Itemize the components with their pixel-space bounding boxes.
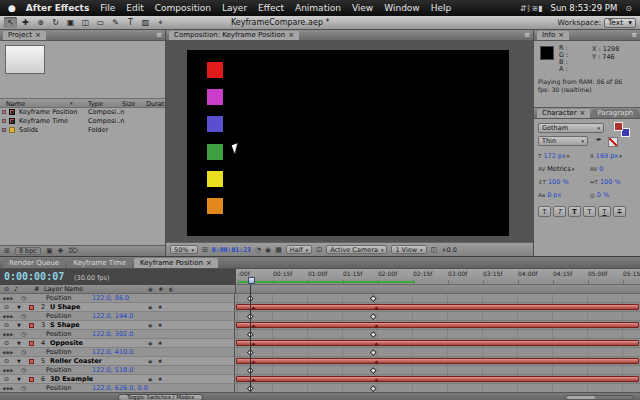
eye-icon[interactable]: ⊙ — [4, 339, 9, 347]
twirl-down-icon[interactable]: ▼ — [17, 357, 21, 366]
column-type[interactable]: Type — [88, 100, 103, 108]
layer-row-head[interactable]: ⊙▼63D Example◉ ✱ — [0, 375, 235, 384]
view-layout-select[interactable]: 1 View ▾ — [391, 245, 426, 254]
snapshot-icon[interactable]: ◔ — [255, 246, 261, 254]
tsume-value[interactable]: 0 % — [597, 191, 609, 199]
brush-tool[interactable]: ▨ — [139, 17, 152, 28]
menu-file[interactable]: File — [100, 3, 115, 13]
layer-duration-bar[interactable] — [236, 322, 639, 328]
property-value[interactable]: 122.0, 86.0 — [92, 294, 129, 302]
tsume-control[interactable]: ◎0 % — [590, 191, 609, 199]
interpret-footage-icon[interactable]: ⊞ — [4, 247, 10, 255]
project-item[interactable]: SolidsFolder — [0, 126, 165, 135]
property-row-head[interactable]: ◀◆▶◷Position122.0, 518.0 — [0, 366, 235, 375]
eyedropper-icon[interactable]: ✒ — [596, 136, 602, 144]
property-row-head[interactable]: ◀◆▶◷Position122.0, 410.0 — [0, 348, 235, 357]
show-snapshot-icon[interactable]: ◉ — [265, 246, 271, 254]
timeline-track[interactable] — [235, 321, 640, 330]
leading-value[interactable]: 169 px — [596, 152, 618, 160]
tab-info[interactable]: Info × — [537, 31, 569, 40]
style-toggle-2[interactable]: T — [568, 206, 581, 217]
vertical-scale-control[interactable]: ⇕T100 % — [538, 178, 569, 186]
project-column-header[interactable]: Name ▾ Type Size Durat — [0, 98, 165, 108]
scrollbar-thumb[interactable] — [567, 396, 595, 399]
property-value[interactable]: 122.0, 518.0 — [92, 366, 133, 374]
keyframe-icon[interactable] — [374, 306, 378, 310]
property-value[interactable]: 122.0, 410.0 — [92, 348, 133, 356]
font-size-value[interactable]: 172 px — [543, 152, 565, 160]
eye-icon[interactable]: ⊙ — [4, 321, 9, 329]
horizontal-scale-value[interactable]: 100 % — [600, 178, 621, 186]
column-name[interactable]: Name — [6, 100, 25, 108]
horizontal-scale-control[interactable]: ⇔T100 % — [590, 178, 621, 186]
menu-animation[interactable]: Animation — [295, 3, 341, 13]
layer-row-head[interactable]: ⊙▼5Roller Coaster◉ ✱ — [0, 357, 235, 366]
delete-icon[interactable]: ⌦ — [68, 247, 78, 255]
workspace-select[interactable]: Text ▾ — [604, 18, 636, 28]
tracking-value[interactable]: 0 — [599, 165, 603, 173]
mask-shape-tool[interactable]: ▭ — [94, 17, 107, 28]
timeline-track[interactable] — [235, 294, 640, 303]
eye-icon[interactable]: ⊙ — [4, 303, 9, 311]
keyframe-navigator[interactable]: ◀◆▶ — [2, 366, 14, 375]
keyframe-icon[interactable] — [251, 342, 255, 346]
current-time-indicator-line[interactable] — [250, 285, 251, 393]
stopwatch-icon[interactable]: ◷ — [21, 384, 26, 392]
timeline-track[interactable] — [235, 312, 640, 321]
panel-menu-icon[interactable]: ≡ — [156, 30, 162, 40]
font-style-select[interactable]: Thin ▾ — [538, 136, 588, 146]
label-color-chip[interactable] — [29, 341, 34, 346]
layer-duration-bar[interactable] — [236, 304, 639, 310]
tab-keyframe-time[interactable]: Keyframe Time — [67, 258, 132, 268]
menu-edit[interactable]: Edit — [126, 3, 143, 13]
composition-viewer[interactable] — [166, 41, 533, 242]
active-camera-select[interactable]: Active Camera ▾ — [326, 245, 387, 254]
label-color-chip[interactable] — [29, 377, 34, 382]
layer-name-column[interactable]: Layer Name — [44, 285, 83, 293]
tab-project[interactable]: Project × — [3, 31, 46, 40]
project-item[interactable]: Keyframe TimeComposi..n — [0, 117, 165, 126]
keyframe-icon[interactable] — [251, 378, 255, 382]
keyframe-icon[interactable] — [370, 313, 376, 319]
tab-paragraph[interactable]: Paragraph — [592, 109, 638, 118]
style-toggle-4[interactable]: T — [598, 206, 611, 217]
timeline-horizontal-scrollbar[interactable] — [564, 395, 634, 400]
keyframe-navigator[interactable]: ◀◆▶ — [2, 330, 14, 339]
layer-switches-icons[interactable]: ◉ ✱ — [148, 375, 164, 383]
keyframe-navigator[interactable]: ◀◆▶ — [2, 312, 14, 321]
timeline-track[interactable] — [235, 339, 640, 348]
keyframe-navigator[interactable]: ◀◆▶ — [2, 294, 14, 303]
battery-icon[interactable]: ▮ — [538, 4, 542, 13]
tab-character[interactable]: Character × — [537, 109, 590, 118]
panel-menu-icon[interactable]: ≡ — [524, 30, 530, 40]
layer-duration-bar[interactable] — [236, 358, 639, 364]
tab-keyframe-position[interactable]: Keyframe Position× — [134, 258, 218, 268]
column-size[interactable]: Size — [122, 100, 135, 108]
layer-name[interactable]: 3D Example — [50, 375, 93, 383]
layer-row-head[interactable]: ⊙▼4Opposite◉ ✱ — [0, 339, 235, 348]
current-time-indicator-handle[interactable] — [248, 277, 255, 284]
resolution-select[interactable]: Half ▾ — [286, 245, 312, 254]
keyframe-navigator[interactable]: ◀◆▶ — [2, 348, 14, 357]
stopwatch-icon[interactable]: ◷ — [21, 312, 26, 320]
layer-switches-icons[interactable]: ◉ ✱ — [148, 321, 164, 329]
menu-layer[interactable]: Layer — [222, 3, 247, 13]
close-icon[interactable]: × — [206, 258, 212, 268]
hand-tool[interactable]: ✚ — [19, 17, 32, 28]
property-name[interactable]: Position — [46, 312, 71, 320]
pixel-aspect-icon[interactable]: ◫ — [431, 246, 438, 254]
baseline-shift-control[interactable]: Aa0 px — [538, 191, 561, 199]
zoom-tool[interactable]: ⊕ — [34, 17, 47, 28]
label-color-chip[interactable] — [29, 305, 34, 310]
menu-help[interactable]: Help — [431, 3, 452, 13]
keyframe-icon[interactable] — [374, 324, 378, 328]
eye-icon[interactable]: ⊙ — [4, 357, 9, 365]
comp-timecode[interactable]: 0:00:01:23 — [212, 246, 251, 254]
close-icon[interactable]: × — [558, 31, 564, 40]
apple-menu-icon[interactable]: ● — [8, 3, 16, 13]
keyframe-icon[interactable] — [374, 378, 378, 382]
rotate-tool[interactable]: ↻ — [49, 17, 62, 28]
style-toggle-1[interactable]: T — [553, 206, 566, 217]
selection-tool[interactable]: ↖ — [4, 17, 17, 28]
twirl-down-icon[interactable]: ▼ — [17, 321, 21, 330]
